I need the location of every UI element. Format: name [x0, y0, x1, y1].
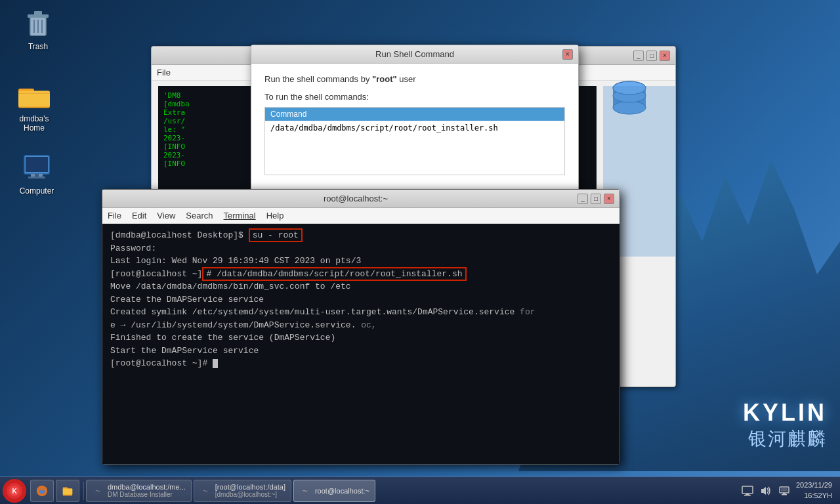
dialog-line1: Run the shell commands by "root" user — [264, 74, 565, 84]
folder-icon — [18, 80, 50, 112]
terminal-line-3: Last login: Wed Nov 29 16:39:49 CST 2023… — [110, 255, 612, 268]
terminal-menu-edit[interactable]: Edit — [132, 211, 146, 220]
firefox-icon — [36, 485, 48, 497]
sep1 — [83, 482, 84, 500]
desktop-icon-trash[interactable]: Trash — [12, 5, 64, 54]
taskbar-firefox[interactable] — [30, 480, 54, 502]
taskbar-datetime: 2023/11/29 16:52YH — [796, 480, 832, 501]
terminal-line-2: Password: — [110, 242, 612, 255]
trash-icon — [22, 8, 54, 39]
files-icon — [62, 485, 74, 497]
bg-window-minimize[interactable]: _ — [633, 51, 644, 61]
taskbar-root-home[interactable]: ~ root@localhost:~ — [293, 480, 375, 502]
taskbar-files[interactable] — [56, 480, 79, 502]
svg-rect-9 — [19, 92, 49, 105]
root-data-label-bottom: [dmdba@localhost:~] — [215, 491, 285, 498]
desktop: Trash dmdba'sHome Computer — [0, 0, 840, 504]
terminal-menu-terminal[interactable]: Terminal — [224, 211, 256, 220]
dmdba-label-top: dmdba@localhost:/me... — [108, 483, 186, 491]
taskbar-start-button[interactable]: K — [3, 479, 26, 503]
dialog-content: Run the shell commands by "root" user To… — [251, 64, 578, 186]
taskbar-dmdba-installer[interactable]: ~ dmdba@localhost:/me... DM Database Ins… — [86, 480, 192, 502]
screen-icon[interactable] — [741, 484, 754, 497]
taskbar-root-data[interactable]: ~ [root@localhost:/data] [dmdba@localhos… — [194, 480, 291, 502]
kylin-brand: KYLIN 银河麒麟 — [743, 399, 827, 452]
svg-rect-27 — [63, 488, 72, 494]
terminal-minimize[interactable]: _ — [578, 194, 588, 204]
dialog-line2: To run the shell commands: — [264, 92, 565, 102]
root-data-btn-inner: [root@localhost:/data] [dmdba@localhost:… — [215, 483, 285, 498]
svg-marker-31 — [761, 487, 766, 495]
svg-rect-15 — [35, 174, 39, 177]
kylin-chinese: 银河麒麟 — [743, 427, 827, 452]
network-icon[interactable] — [778, 484, 791, 497]
taskbar-date: 2023/11/29 — [796, 480, 832, 490]
root-home-icon: ~ — [299, 485, 311, 497]
command-extra-space — [265, 135, 564, 175]
svg-rect-29 — [746, 494, 749, 495]
terminal-line-8: e → /usr/lib/systemd/system/DmAPService.… — [110, 319, 612, 332]
dialog-titlebar: Run Shell Command × — [251, 45, 578, 64]
trash-label: Trash — [28, 42, 48, 51]
svg-rect-33 — [783, 493, 786, 494]
bg-window-maximize[interactable]: □ — [646, 51, 657, 61]
kylin-text: KYLIN — [743, 399, 827, 427]
command-container: Command /data/dmdba/dmdbms/script/root/r… — [264, 107, 565, 175]
computer-icon — [21, 152, 52, 184]
svg-rect-2 — [34, 11, 42, 15]
dmdba-terminal-icon: ~ — [92, 485, 104, 497]
terminal-menu: File Edit View Search Terminal Help — [102, 208, 620, 224]
terminal-line-4: [root@localhost ~]# /data/dmdba/dmdbms/s… — [110, 268, 612, 281]
dialog-close[interactable]: × — [562, 49, 573, 60]
dmdba-btn-inner: dmdba@localhost:/me... DM Database Insta… — [108, 483, 186, 498]
dmdba-label-bottom: DM Database Installer — [108, 491, 186, 498]
volume-icon[interactable] — [759, 484, 772, 497]
dmdba-home-label: dmdba'sHome — [20, 114, 49, 133]
svg-rect-35 — [781, 488, 788, 492]
terminal-line-6: Create the DmAPService service — [110, 293, 612, 306]
cmd-installer: # /data/dmdba/dmdbms/script/root/root_in… — [202, 267, 466, 281]
svg-rect-34 — [782, 494, 787, 495]
svg-rect-12 — [26, 157, 48, 172]
root-home-label: root@localhost:~ — [315, 487, 369, 495]
terminal-line-5: Move /data/dmdba/dmdbms/bin/dm_svc.conf … — [110, 280, 612, 293]
start-inner: K — [7, 483, 22, 499]
terminal-line-9: Finished to create the service (DmAPServ… — [110, 331, 612, 345]
terminal-menu-file[interactable]: File — [108, 211, 121, 220]
desktop-icon-dmdba-home[interactable]: dmdba'sHome — [8, 77, 60, 135]
svg-rect-28 — [742, 486, 753, 494]
terminal-menu-help[interactable]: Help — [266, 211, 284, 220]
command-value: /data/dmdba/dmdbms/script/root/root_inst… — [265, 121, 564, 135]
terminal-line-11: [root@localhost ~]# — [110, 357, 612, 370]
taskbar-time: 16:52YH — [796, 491, 832, 501]
root-data-label-top: [root@localhost:/data] — [215, 483, 285, 491]
terminal-maximize[interactable]: □ — [591, 194, 601, 204]
menu-file[interactable]: File — [157, 68, 171, 77]
terminal-line-7: Created symlink /etc/systemd/system/mult… — [110, 306, 612, 319]
computer-label: Computer — [20, 186, 54, 196]
taskbar: K — [0, 476, 840, 504]
command-label: Command — [265, 108, 564, 121]
bg-window-close[interactable]: × — [660, 51, 670, 61]
terminal-title: root@localhost:~ — [134, 194, 578, 203]
terminal-menu-view[interactable]: View — [157, 211, 175, 220]
terminal-body[interactable]: [dmdba@localhost Desktop]$ su - root Pas… — [102, 224, 620, 464]
cmd-su-root: su - root — [249, 228, 303, 242]
root-home-btn-inner: root@localhost:~ — [315, 487, 369, 495]
terminal-line-10: Start the DmAPService service — [110, 345, 612, 358]
dialog-title: Run Shell Command — [267, 49, 562, 59]
svg-text:K: K — [12, 488, 17, 495]
terminal-window: root@localhost:~ _ □ × File Edit View Se… — [102, 189, 620, 465]
desktop-icon-computer[interactable]: Computer — [10, 150, 63, 198]
root-data-icon: ~ — [200, 485, 211, 497]
terminal-titlebar: root@localhost:~ _ □ × — [102, 190, 620, 208]
taskbar-tray: 2023/11/29 16:52YH — [741, 480, 837, 501]
terminal-close[interactable]: × — [604, 194, 614, 204]
terminal-line-1: [dmdba@localhost Desktop]$ su - root — [110, 229, 612, 242]
terminal-cursor — [213, 359, 218, 368]
terminal-menu-search[interactable]: Search — [186, 211, 213, 220]
svg-rect-30 — [744, 495, 751, 496]
